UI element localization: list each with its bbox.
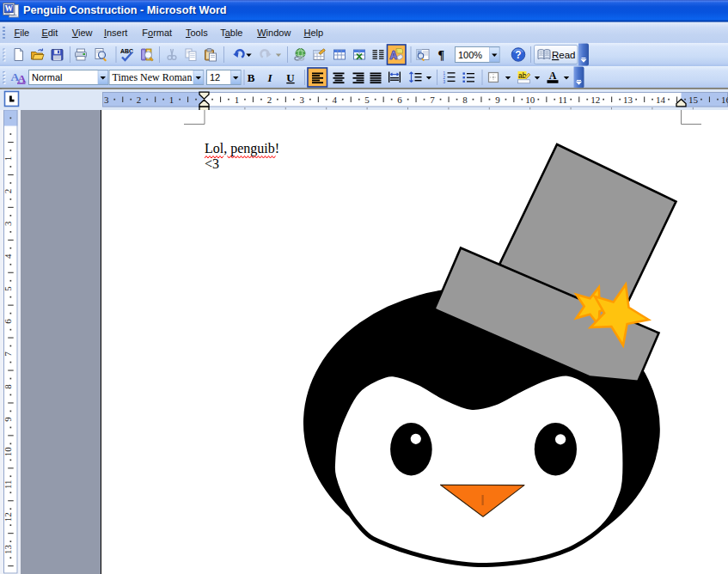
svg-text:10: 10: [525, 95, 535, 105]
svg-text:W: W: [5, 4, 14, 13]
svg-text:5: 5: [364, 95, 370, 105]
svg-text:6: 6: [397, 95, 402, 105]
svg-text:Normal: Normal: [32, 72, 62, 82]
svg-text:3: 3: [300, 95, 305, 105]
svg-text:A: A: [18, 72, 27, 85]
svg-text:I: I: [266, 71, 272, 84]
svg-text:15: 15: [688, 95, 699, 105]
svg-text:?: ?: [515, 49, 521, 61]
svg-text:16: 16: [721, 95, 728, 105]
svg-text:Read: Read: [552, 50, 576, 60]
svg-text:8: 8: [462, 95, 468, 105]
svg-text:1: 1: [235, 95, 240, 105]
svg-text:2: 2: [137, 95, 142, 105]
svg-text:3: 3: [104, 95, 109, 105]
svg-text:100%: 100%: [458, 50, 482, 60]
svg-text:1: 1: [169, 95, 174, 105]
svg-text:2: 2: [267, 95, 272, 105]
svg-text:4: 4: [332, 95, 337, 105]
svg-text:B: B: [248, 71, 255, 84]
svg-text:A: A: [549, 70, 557, 82]
svg-text:13: 13: [623, 95, 633, 105]
svg-text:¶: ¶: [438, 49, 445, 62]
svg-text:9: 9: [495, 95, 500, 105]
svg-text:14: 14: [656, 95, 666, 105]
svg-text:12: 12: [590, 95, 600, 105]
svg-text:Times New Roman: Times New Roman: [113, 71, 193, 83]
svg-text:12: 12: [210, 72, 220, 82]
svg-text:U: U: [286, 71, 295, 84]
svg-text:11: 11: [558, 95, 567, 105]
svg-text:7: 7: [430, 95, 435, 105]
svg-text:3: 3: [444, 80, 446, 84]
